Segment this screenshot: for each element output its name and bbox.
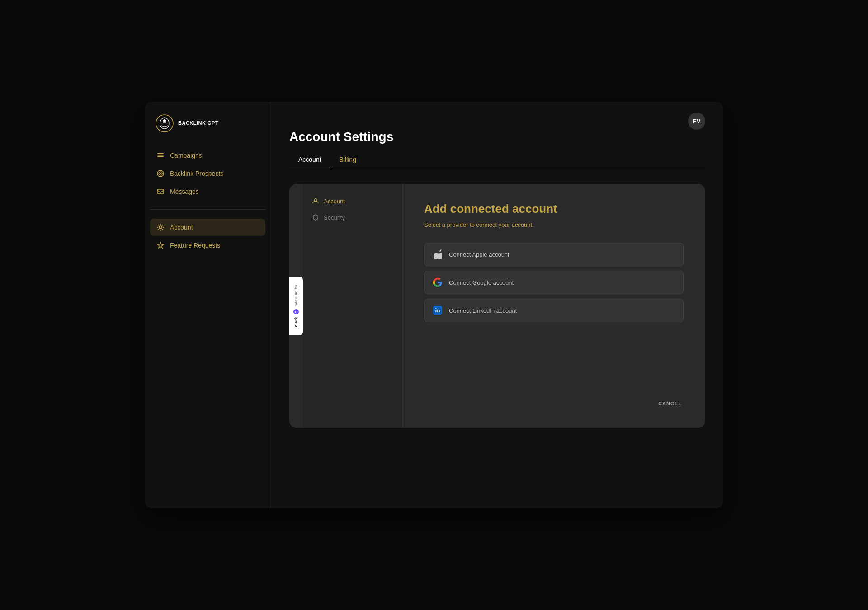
clerk-card: Secured by C clerk <box>289 184 705 428</box>
clerk-nav-account[interactable]: Account <box>303 193 402 209</box>
page-title: Account Settings <box>289 130 705 144</box>
app-window: BACKLINK GPT Campaigns Backlink Prospect… <box>145 102 723 508</box>
svg-rect-3 <box>157 155 164 156</box>
sidebar-item-messages[interactable]: Messages <box>150 183 265 200</box>
connect-apple-button[interactable]: Connect Apple account <box>424 243 684 266</box>
svg-rect-8 <box>157 189 164 194</box>
sidebar: BACKLINK GPT Campaigns Backlink Prospect… <box>145 102 271 508</box>
sidebar-nav: Campaigns Backlink Prospects Messages <box>145 143 271 204</box>
sidebar-item-backlink-prospects[interactable]: Backlink Prospects <box>150 165 265 182</box>
tab-account[interactable]: Account <box>289 151 330 169</box>
main-content: Account Settings Account Billing Secured… <box>271 130 723 508</box>
connect-google-button[interactable]: Connect Google account <box>424 271 684 294</box>
secured-by-clerk-badge[interactable]: Secured by C clerk <box>289 277 303 335</box>
secured-label: Secured by <box>294 285 298 307</box>
apple-icon <box>433 249 443 259</box>
app-logo-icon <box>156 114 174 132</box>
sidebar-divider <box>150 209 265 210</box>
sidebar-item-feature-requests[interactable]: Feature Requests <box>150 237 265 254</box>
sidebar-item-account[interactable]: Account <box>150 219 265 236</box>
linkedin-icon-box: in <box>433 306 442 315</box>
sidebar-logo: BACKLINK GPT <box>145 102 271 143</box>
svg-text:C: C <box>295 310 297 314</box>
connect-linkedin-button[interactable]: in Connect LinkedIn account <box>424 299 684 322</box>
sidebar-item-prospects-label: Backlink Prospects <box>170 170 223 177</box>
main-content-area: FV Account Settings Account Billing Secu… <box>271 102 723 508</box>
header-right: FV <box>688 113 705 130</box>
main-header: FV <box>271 102 723 130</box>
user-avatar[interactable]: FV <box>688 113 705 130</box>
svg-point-1 <box>163 119 166 122</box>
sidebar-item-messages-label: Messages <box>170 188 199 195</box>
connect-linkedin-label: Connect LinkedIn account <box>449 307 517 314</box>
cancel-button[interactable]: CANCEL <box>656 397 684 410</box>
app-name: BACKLINK GPT <box>178 120 218 126</box>
shield-icon <box>312 214 319 221</box>
sidebar-item-feature-requests-label: Feature Requests <box>170 242 220 249</box>
gear-icon <box>156 223 165 231</box>
svg-point-12 <box>314 199 317 202</box>
top-tabs: Account Billing <box>289 151 705 169</box>
clerk-left-nav: Account Security <box>303 184 402 428</box>
star-icon <box>156 241 165 249</box>
clerk-nav-account-label: Account <box>324 198 345 205</box>
clerk-label: clerk <box>294 317 298 327</box>
svg-rect-2 <box>157 156 164 157</box>
sidebar-item-account-label: Account <box>170 224 193 231</box>
svg-point-9 <box>159 226 162 229</box>
tab-billing[interactable]: Billing <box>330 151 365 169</box>
clerk-right-panel: Add connected account Select a provider … <box>402 184 705 428</box>
target-icon <box>156 169 165 178</box>
sidebar-bottom-nav: Account Feature Requests <box>145 215 271 258</box>
add-account-subtitle: Select a provider to connect your accoun… <box>424 221 684 228</box>
linkedin-icon: in <box>433 305 443 315</box>
mail-icon <box>156 188 165 196</box>
clerk-nav-security[interactable]: Security <box>303 209 402 225</box>
clerk-badge-container: Secured by C clerk <box>289 277 303 335</box>
svg-point-7 <box>160 173 161 174</box>
connect-google-label: Connect Google account <box>449 279 514 286</box>
sidebar-item-campaigns-label: Campaigns <box>170 152 202 159</box>
clerk-logo-icon: C <box>293 309 299 315</box>
add-account-title: Add connected account <box>424 202 684 216</box>
sidebar-item-campaigns[interactable]: Campaigns <box>150 147 265 164</box>
layers-icon <box>156 151 165 160</box>
google-icon <box>433 277 443 287</box>
clerk-nav-security-label: Security <box>324 214 345 221</box>
svg-point-0 <box>156 115 173 132</box>
connect-apple-label: Connect Apple account <box>449 251 509 258</box>
user-icon <box>312 197 319 205</box>
svg-rect-4 <box>157 153 164 154</box>
